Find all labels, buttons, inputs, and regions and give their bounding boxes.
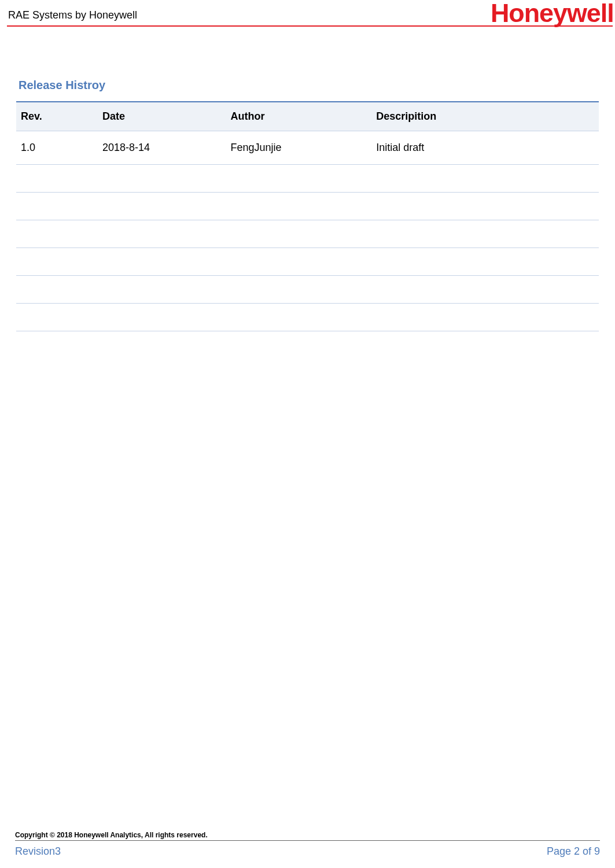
table-row bbox=[16, 220, 599, 248]
cell-description bbox=[371, 276, 599, 304]
cell-date bbox=[98, 165, 226, 193]
cell-author bbox=[226, 276, 372, 304]
col-rev: Rev. bbox=[16, 102, 98, 131]
cell-description: Initial draft bbox=[371, 131, 599, 165]
cell-date bbox=[98, 304, 226, 331]
table-header-row: Rev. Date Author Descripition bbox=[16, 102, 599, 131]
footer-row: Revision3 Page 2 of 9 bbox=[7, 845, 608, 858]
cell-author bbox=[226, 304, 372, 331]
cell-date bbox=[98, 220, 226, 248]
table-row bbox=[16, 304, 599, 331]
document-page: RAE Systems by Honeywell Honeywell Relea… bbox=[0, 0, 615, 868]
col-description: Descripition bbox=[371, 102, 599, 131]
table-row: 1.0 2018-8-14 FengJunjie Initial draft bbox=[16, 131, 599, 165]
cell-description bbox=[371, 220, 599, 248]
cell-description bbox=[371, 304, 599, 331]
cell-author bbox=[226, 248, 372, 276]
table-row bbox=[16, 248, 599, 276]
cell-author bbox=[226, 220, 372, 248]
release-history-table: Rev. Date Author Descripition 1.0 2018-8… bbox=[16, 101, 599, 331]
col-date: Date bbox=[98, 102, 226, 131]
cell-author bbox=[226, 165, 372, 193]
cell-description bbox=[371, 193, 599, 220]
table-row bbox=[16, 276, 599, 304]
cell-rev bbox=[16, 304, 98, 331]
footer-divider bbox=[15, 840, 600, 841]
cell-rev bbox=[16, 220, 98, 248]
cell-rev bbox=[16, 165, 98, 193]
copyright-text: Copyright © 2018 Honeywell Analytics, Al… bbox=[7, 831, 608, 840]
page-number: Page 2 of 9 bbox=[547, 845, 600, 858]
revision-label: Revision3 bbox=[15, 845, 61, 858]
cell-rev bbox=[16, 248, 98, 276]
table-row bbox=[16, 165, 599, 193]
honeywell-logo: Honeywell bbox=[491, 0, 614, 28]
cell-description bbox=[371, 165, 599, 193]
page-footer: Copyright © 2018 Honeywell Analytics, Al… bbox=[7, 831, 608, 858]
cell-description bbox=[371, 248, 599, 276]
table-row bbox=[16, 193, 599, 220]
cell-date bbox=[98, 276, 226, 304]
cell-date bbox=[98, 248, 226, 276]
cell-author: FengJunjie bbox=[226, 131, 372, 165]
cell-author bbox=[226, 193, 372, 220]
cell-rev bbox=[16, 193, 98, 220]
cell-date bbox=[98, 193, 226, 220]
col-author: Author bbox=[226, 102, 372, 131]
cell-date: 2018-8-14 bbox=[98, 131, 226, 165]
content-area: Release Histroy Rev. Date Author Descrip… bbox=[0, 27, 615, 331]
cell-rev bbox=[16, 276, 98, 304]
section-title: Release Histroy bbox=[19, 79, 599, 92]
cell-rev: 1.0 bbox=[16, 131, 98, 165]
page-header: RAE Systems by Honeywell Honeywell bbox=[0, 0, 615, 25]
